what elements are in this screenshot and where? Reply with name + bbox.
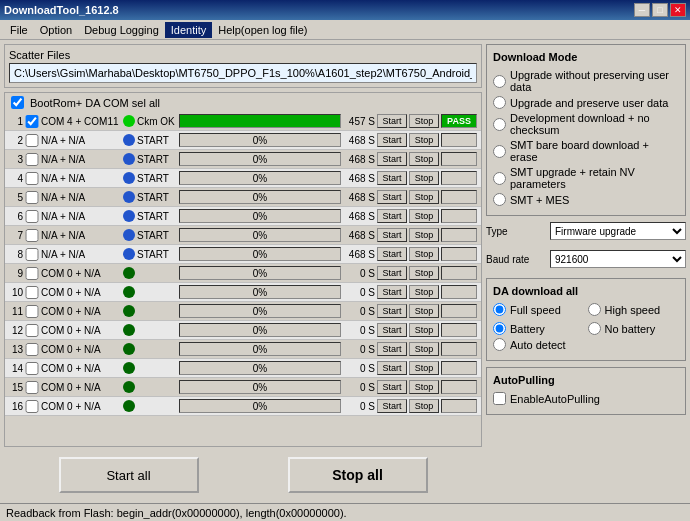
row-progress-text: 0% [180,343,340,355]
row-stop-button[interactable]: Stop [409,323,439,337]
rows-container: 1 COM 4 + COM11 Ckm OK 457 S Start Stop … [5,112,481,416]
close-button[interactable]: ✕ [670,3,686,17]
row-port-name: COM 0 + N/A [41,306,121,317]
radio-battery: Battery [493,322,585,335]
row-start-button[interactable]: Start [377,133,407,147]
type-select[interactable]: Firmware upgrade ROM upgrade [550,222,686,240]
stop-all-button[interactable]: Stop all [288,457,428,493]
row-status-text: START [137,249,177,260]
row-stop-button[interactable]: Stop [409,304,439,318]
title-bar: DownloadTool_1612.8 ─ □ ✕ [0,0,690,20]
menu-identity[interactable]: Identity [165,22,212,38]
status-bar: Readback from Flash: begin_addr(0x000000… [0,503,690,521]
row-start-button[interactable]: Start [377,399,407,413]
row-status-dot [123,229,135,241]
row-size: 0 S [343,268,375,279]
row-status-dot [123,381,135,393]
menu-debug-logging[interactable]: Debug Logging [78,22,165,38]
row-progress-bar: 0% [179,342,341,356]
row-start-button[interactable]: Start [377,247,407,261]
row-stop-button[interactable]: Stop [409,342,439,356]
select-all-checkbox[interactable] [11,96,24,109]
row-checkbox[interactable] [25,286,39,299]
row-checkbox[interactable] [25,191,39,204]
row-port-name: COM 0 + N/A [41,344,121,355]
scatter-path-input[interactable] [9,63,477,83]
row-start-button[interactable]: Start [377,114,407,128]
row-start-button[interactable]: Start [377,266,407,280]
row-progress-text: 0% [180,362,340,374]
row-status-dot [123,267,135,279]
maximize-button[interactable]: □ [652,3,668,17]
row-checkbox[interactable] [25,381,39,394]
row-start-button[interactable]: Start [377,304,407,318]
row-size: 468 S [343,154,375,165]
table-row: 8 N/A + N/A START 0% 468 S Start Stop [5,245,481,264]
menu-file[interactable]: File [4,22,34,38]
row-number: 8 [9,249,23,260]
row-checkbox[interactable] [25,210,39,223]
row-stop-button[interactable]: Stop [409,171,439,185]
row-start-button[interactable]: Start [377,323,407,337]
row-checkbox[interactable] [25,343,39,356]
row-start-button[interactable]: Start [377,209,407,223]
row-start-button[interactable]: Start [377,342,407,356]
row-stop-button[interactable]: Stop [409,209,439,223]
row-status-text: START [137,211,177,222]
table-row: 5 N/A + N/A START 0% 468 S Start Stop [5,188,481,207]
row-stop-button[interactable]: Stop [409,190,439,204]
row-checkbox[interactable] [25,134,39,147]
row-stop-button[interactable]: Stop [409,133,439,147]
radio-dev-download: Development download + no checksum [493,112,679,136]
row-checkbox[interactable] [25,305,39,318]
row-port-name: COM 0 + N/A [41,363,121,374]
download-mode-title: Download Mode [493,51,679,63]
row-start-button[interactable]: Start [377,152,407,166]
row-stop-button[interactable]: Stop [409,266,439,280]
row-status-text: Ckm OK [137,116,177,127]
row-result [441,133,477,147]
row-size: 457 S [343,116,375,127]
menu-help[interactable]: Help(open log file) [212,22,313,38]
row-stop-button[interactable]: Stop [409,247,439,261]
row-status-dot [123,172,135,184]
row-stop-button[interactable]: Stop [409,285,439,299]
row-stop-button[interactable]: Stop [409,399,439,413]
row-start-button[interactable]: Start [377,380,407,394]
row-checkbox[interactable] [25,248,39,261]
row-checkbox[interactable] [25,153,39,166]
row-number: 4 [9,173,23,184]
table-row: 6 N/A + N/A START 0% 468 S Start Stop [5,207,481,226]
row-result [441,399,477,413]
start-all-button[interactable]: Start all [59,457,199,493]
row-checkbox[interactable] [25,400,39,413]
row-result [441,247,477,261]
row-start-button[interactable]: Start [377,171,407,185]
row-start-button[interactable]: Start [377,285,407,299]
row-start-button[interactable]: Start [377,361,407,375]
row-start-button[interactable]: Start [377,190,407,204]
row-result [441,361,477,375]
row-checkbox[interactable] [25,229,39,242]
row-start-button[interactable]: Start [377,228,407,242]
type-field-row: Type Firmware upgrade ROM upgrade [486,222,686,240]
table-row: 3 N/A + N/A START 0% 468 S Start Stop [5,150,481,169]
radio-no-battery: No battery [588,322,680,335]
row-stop-button[interactable]: Stop [409,361,439,375]
minimize-button[interactable]: ─ [634,3,650,17]
row-checkbox[interactable] [25,172,39,185]
table-row: 7 N/A + N/A START 0% 468 S Start Stop [5,226,481,245]
row-checkbox[interactable] [25,267,39,280]
row-port-name: COM 0 + N/A [41,382,121,393]
menu-option[interactable]: Option [34,22,78,38]
row-stop-button[interactable]: Stop [409,114,439,128]
row-result [441,152,477,166]
row-stop-button[interactable]: Stop [409,380,439,394]
row-checkbox[interactable] [25,324,39,337]
row-stop-button[interactable]: Stop [409,152,439,166]
baud-rate-select[interactable]: 921600 460800 115200 [550,250,686,268]
row-stop-button[interactable]: Stop [409,228,439,242]
row-number: 6 [9,211,23,222]
row-checkbox[interactable] [25,362,39,375]
row-checkbox[interactable] [25,115,39,128]
